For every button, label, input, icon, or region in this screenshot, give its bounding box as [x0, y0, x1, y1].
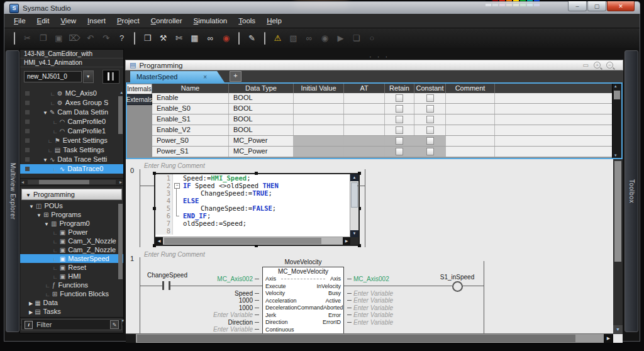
copy-icon[interactable]: ❐ [35, 31, 51, 45]
restart-icon[interactable]: ○ [364, 31, 380, 45]
zoom-out-icon[interactable]: − [606, 62, 613, 69]
operand-acceleration[interactable]: 1000 [151, 297, 259, 304]
build-warning-icon[interactable]: ⚠ [270, 31, 286, 45]
st-line-4[interactable]: 4ELSE [155, 197, 358, 204]
tree-item-cam-data-settings[interactable]: ▼✎Cam Data Settin [20, 108, 123, 117]
breakpoint-icon[interactable]: ◉ [317, 31, 333, 45]
tree-item-task-settings[interactable]: ∟▤Task Settings [20, 145, 123, 155]
tree-item-hmi[interactable]: ∟▣HMI [20, 272, 123, 281]
tree-vertical-scrollbar[interactable] [118, 204, 123, 279]
function-block[interactable]: MC_MoveVelocity AxisAxis ExecuteInVeloci… [262, 267, 344, 334]
constant-checkbox[interactable] [426, 94, 434, 102]
tree-item-program0[interactable]: ▼▥Program0 [20, 219, 123, 228]
retain-checkbox[interactable] [396, 126, 403, 134]
menu-help[interactable]: Help [261, 15, 287, 26]
operand-busy[interactable]: Enter Variable [347, 290, 454, 297]
coil-operand[interactable]: S1_inSpeed [423, 274, 492, 281]
menu-tools[interactable]: Tools [233, 15, 261, 26]
operand-command-aborted[interactable]: Enter Variable [347, 304, 454, 311]
tree-item-event-settings[interactable]: ∟⚑Event Settings [20, 136, 123, 145]
constant-checkbox[interactable] [426, 148, 434, 155]
retain-checkbox[interactable] [396, 148, 403, 155]
st-line-2[interactable]: 2IF Speed <>oldSpeed THEN [155, 182, 358, 189]
tree-item-camprofile1[interactable]: ∟◠CamProfile1 [20, 126, 123, 136]
ladder-vertical-scrollbar[interactable]: ▼ [613, 159, 623, 334]
rung-comment[interactable]: Enter Rung Comment [144, 251, 205, 258]
tree-item-data-trace-settings[interactable]: ▼∿Data Trace Setti [20, 155, 123, 164]
minimize-button[interactable]: – [568, 1, 587, 11]
fb-instance-name[interactable]: MoveVelocity [262, 259, 344, 265]
search-icon[interactable]: ∞ [203, 31, 218, 45]
pane-splitter[interactable]: · · · [125, 55, 623, 60]
tab-externals[interactable]: Externals [127, 94, 152, 105]
tree-item-pous[interactable]: ▼◫POUs [20, 201, 123, 210]
step-icon[interactable]: ❏ [348, 31, 364, 45]
code-fold-icon[interactable]: − [174, 183, 180, 189]
programming-section-header[interactable]: ▼Programming [21, 189, 122, 200]
tree-item-camprofile0[interactable]: ∟◠CamProfile0 [20, 117, 123, 126]
help-icon[interactable]: ? [114, 31, 130, 45]
cut-icon[interactable]: ✂ [19, 31, 35, 45]
ladder-editor[interactable]: 0 Enter Rung Comment 1Speed:=HMI_Speed; … [126, 159, 623, 343]
ladder-horizontal-scrollbar[interactable]: ▶ [126, 333, 613, 343]
menu-controller[interactable]: Controller [145, 15, 188, 26]
menu-edit[interactable]: Edit [31, 15, 55, 26]
st-line-1[interactable]: 1Speed:=HMI_Speed; [155, 174, 358, 182]
scroll-up-icon[interactable]: ▴ [614, 84, 617, 89]
stop-icon[interactable]: ◉ [218, 31, 234, 45]
tree-item-cam-x-nozzle[interactable]: ∟▣Cam_X_Nozzle [20, 237, 123, 245]
tree-item-cam-z-nozzle[interactable]: ∟▣Cam_Z_Nozzle [20, 245, 123, 254]
retain-checkbox[interactable] [396, 94, 403, 102]
contact-symbol[interactable] [162, 281, 164, 290]
tab-internals[interactable]: Internals [127, 84, 152, 94]
tree-item-data[interactable]: ▶▦Data [20, 298, 123, 307]
maximize-button[interactable]: ▢ [587, 1, 606, 11]
table-vertical-scrollbar[interactable]: ▴▾ [612, 84, 621, 158]
inline-st-box[interactable]: 1Speed:=HMI_Speed; 2IF Speed <>oldSpeed … [154, 173, 360, 246]
undo-icon[interactable]: ↶ [82, 31, 98, 45]
constant-checkbox[interactable] [426, 126, 434, 134]
constant-checkbox[interactable] [426, 116, 434, 123]
edit-mode-icon[interactable]: ✎ [244, 31, 260, 45]
program-check-icon[interactable]: ✄ [171, 31, 187, 45]
operand-axis-in[interactable]: MC_Axis002 [151, 276, 259, 282]
st-line-6[interactable]: 6END_IF; [155, 212, 358, 220]
redo-icon[interactable]: ↷ [98, 31, 114, 45]
tree-item-programs[interactable]: ▼⊞Programs [20, 210, 123, 219]
retain-checkbox[interactable] [396, 105, 403, 113]
retain-checkbox[interactable] [396, 116, 403, 123]
retain-checkbox[interactable] [396, 137, 403, 145]
toolbox-tab[interactable]: Toolbox [625, 50, 638, 332]
tree-scroll-down-icon[interactable]: ▾ [121, 318, 124, 323]
close-button[interactable]: ✕ [607, 1, 635, 11]
output-coil[interactable] [452, 281, 463, 292]
tree-item-axes-group[interactable]: ∟⚙Axes Group S [20, 98, 123, 108]
filter-bar[interactable]: i Filter ✎ [21, 319, 122, 330]
menu-insert[interactable]: Insert [82, 15, 111, 26]
tree-scroll-up-icon[interactable]: ▴ [120, 90, 123, 95]
device-select[interactable]: new_NJ501_0 [24, 71, 82, 82]
watch-icon[interactable]: ∞ [301, 31, 317, 45]
st-line-3[interactable]: 3ChangeSpeed:=TRUE; [155, 189, 358, 197]
menu-simulation[interactable]: Simulation [188, 15, 233, 26]
tree-item-mc-axis0[interactable]: ∟⚙MC_Axis0 [20, 89, 123, 98]
st-line-8[interactable]: 8 [155, 227, 358, 235]
filter-settings-icon[interactable]: ✎ [110, 320, 119, 329]
tree-horizontal-scrollbar[interactable]: ◂▸ [20, 178, 123, 186]
tree-item-functions[interactable]: ∟ƒFunctions [20, 281, 123, 289]
operand-active[interactable]: Enter Variable [347, 297, 454, 304]
add-tab-button[interactable]: + [230, 71, 242, 82]
tab-close-icon[interactable]: × [203, 74, 207, 81]
operand-error-id[interactable]: Enter Variable [347, 319, 454, 326]
operand-jerk[interactable]: Enter Variable [151, 311, 259, 318]
operand-continuous[interactable]: Enter Variable [151, 326, 259, 333]
operand-deceleration[interactable]: 1000 [151, 304, 259, 311]
tab-masterspeed[interactable]: MasterSpeed × [130, 71, 225, 82]
tree-item-function-blocks[interactable]: ∟⊞Function Blocks [20, 289, 123, 298]
operand-direction[interactable]: Direction [151, 319, 259, 326]
scroll-down-icon[interactable]: ▾ [614, 153, 617, 158]
clear-warning-icon[interactable]: ▧ [286, 31, 301, 45]
st-line-7[interactable]: 7oldSpeed:=Speed; [155, 220, 358, 227]
multiview-explorer-tab[interactable]: Multiview Explorer [6, 50, 19, 332]
window-icon[interactable]: ❒ [140, 31, 155, 45]
